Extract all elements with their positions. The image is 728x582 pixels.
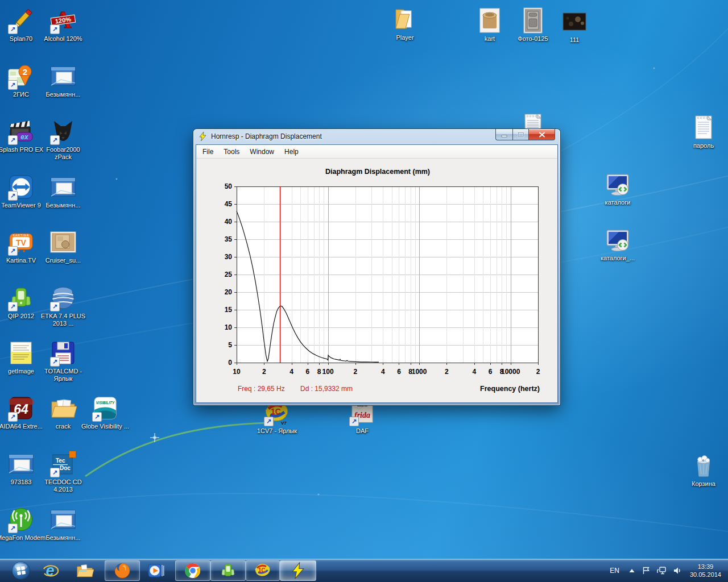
svg-text:10000: 10000 [501, 368, 520, 376]
svg-text:1С: 1С [271, 407, 281, 416]
minimize-button[interactable] [495, 129, 513, 140]
menu-item-tools[interactable]: Tools [218, 146, 245, 157]
maximize-button[interactable] [513, 129, 528, 140]
svg-text:10: 10 [233, 368, 241, 376]
svg-text:6: 6 [397, 368, 401, 376]
volume-button[interactable] [669, 559, 685, 582]
desktop-icon-label: каталоги [593, 199, 643, 206]
foobar2000-zpack-icon: ↗ [49, 118, 77, 145]
taskbar-clock[interactable]: 13:39 30.05.2014 [685, 563, 728, 579]
shortcut-arrow-icon: ↗ [8, 523, 18, 533]
taskbar-button-ie[interactable]: e [38, 560, 64, 581]
player-icon [391, 6, 419, 33]
taskbar-button-onec[interactable]: 1С [246, 560, 280, 581]
svg-text:8: 8 [317, 368, 321, 376]
desktop-icon-tecdoc-cd[interactable]: TecDoc↗TECDOC CD 4.2013 [38, 450, 88, 493]
svg-text:35: 35 [225, 235, 233, 243]
action-center-button[interactable] [639, 559, 653, 582]
shortcut-arrow-icon: ↗ [50, 357, 60, 367]
desktop-icon-katalogi[interactable]: каталоги [593, 171, 643, 206]
displacement-chart[interactable]: 0510152025303540455010246810024681000246… [196, 159, 559, 404]
desktop-icon-label: каталоги_... [593, 255, 643, 262]
svg-text:6: 6 [489, 368, 493, 376]
network-icon [656, 566, 667, 575]
svg-text:2: 2 [354, 368, 358, 376]
taskbar-button-hornresp[interactable] [280, 560, 316, 581]
caption-buttons [495, 129, 555, 140]
svg-text:Diaphragm Displacement (mm): Diaphragm Displacement (mm) [325, 168, 430, 176]
svg-text:30: 30 [225, 253, 233, 261]
taskbar-button-wmp[interactable] [141, 560, 171, 581]
desktop-icon-foobar2000-zpack[interactable]: ↗Foobar2000 zPack [38, 118, 88, 161]
desktop-icon-player[interactable]: Player [380, 6, 430, 41]
desktop-icon-bezymyannyi-2[interactable]: Безымянн... [38, 173, 88, 209]
taskbar-button-explorer[interactable] [72, 560, 98, 581]
menu-bar: FileToolsWindowHelp [196, 145, 557, 159]
menu-item-file[interactable]: File [197, 146, 218, 157]
teamviewer-9-icon: ↗ [7, 173, 35, 201]
svg-text:KARTINA: KARTINA [13, 234, 30, 237]
parol-icon [690, 114, 717, 141]
desktop-icon-etka-74[interactable]: ↗ETKA 7.4 PLUS 2013 ... [38, 284, 88, 327]
svg-text:0: 0 [228, 359, 232, 367]
desktop-icon-label: 111 [549, 36, 599, 44]
desktop-icon-parol[interactable]: пароль [679, 114, 728, 149]
chrome-icon [184, 562, 202, 580]
firefox-icon [113, 562, 131, 580]
shortcut-arrow-icon: ↗ [8, 412, 18, 422]
bezymyannyi-3-icon [49, 506, 77, 533]
desktop-icon-bezymyannyi-1[interactable]: Безымянн... [38, 63, 88, 98]
hornresp-icon [289, 562, 307, 579]
katalogi-icon [604, 171, 631, 198]
desktop-icon-cruiser-sub[interactable]: Cruiser_su... [38, 228, 88, 264]
window-titlebar[interactable]: Hornresp - Diaphragm Displacement [193, 129, 560, 144]
desktop-icon-totalcmd[interactable]: ↗TOTALCMD - Ярлык [38, 339, 88, 383]
qip-2012-icon: ↗ [7, 284, 35, 311]
shortcut-arrow-icon: ↗ [8, 191, 18, 201]
splash-pro-ex-icon: ex↗ [7, 118, 35, 145]
system-tray: EN [604, 559, 728, 582]
speaker-icon [673, 566, 682, 575]
desktop-icon-bezymyannyi-3[interactable]: Безымянн... [38, 506, 88, 542]
desktop-icon-label: kart [465, 35, 515, 43]
chevron-up-icon [628, 568, 635, 573]
language-indicator[interactable]: EN [604, 559, 625, 582]
shortcut-arrow-icon: ↗ [8, 24, 18, 34]
taskbar-button-qip[interactable] [210, 560, 246, 581]
taskbar-button-firefox[interactable] [105, 560, 140, 581]
crack-icon [49, 394, 77, 422]
desktop-icon-korzina[interactable]: Корзина [679, 452, 728, 488]
clock-date: 30.05.2014 [690, 571, 721, 579]
svg-text:2: 2 [23, 67, 27, 77]
svg-text:VISIBILITY: VISIBILITY [96, 401, 115, 405]
clock-time: 13:39 [690, 563, 721, 571]
desktop-icon-alcohol-120[interactable]: A120%↗Alcohol 120% [38, 7, 88, 43]
network-button[interactable] [653, 559, 669, 582]
desktop-icon-label: TOTALCMD - Ярлык [38, 368, 88, 383]
taskbar-start-button[interactable] [8, 560, 34, 581]
tecdoc-cd-icon: TecDoc↗ [49, 450, 77, 477]
menu-item-window[interactable]: Window [245, 146, 279, 157]
svg-text:1000: 1000 [412, 368, 427, 376]
973183-icon [7, 450, 35, 477]
window-title: Hornresp - Diaphragm Displacement [211, 132, 322, 140]
svg-text:20: 20 [225, 288, 233, 296]
desktop-icon-kart[interactable]: kart [465, 7, 515, 43]
svg-text:2: 2 [536, 368, 540, 376]
etka-74-icon: ↗ [49, 284, 77, 311]
desktop-icon-111[interactable]: 111 [549, 8, 599, 44]
shortcut-arrow-icon: ↗ [50, 135, 60, 145]
close-button[interactable] [528, 129, 555, 140]
alcohol-120-icon: A120%↗ [49, 7, 77, 34]
screen: ↗Splan70A120%↗Alcohol 120%2↗2ГИСБезымянн… [0, 0, 728, 582]
show-hidden-icons-button[interactable] [625, 559, 639, 582]
shortcut-arrow-icon: ↗ [50, 468, 60, 477]
svg-text:V7: V7 [281, 421, 287, 426]
shortcut-arrow-icon: ↗ [50, 302, 60, 311]
desktop-icon-label: Globe Visibility ... [80, 423, 130, 430]
desktop-icon-katalogi-2[interactable]: каталоги_... [593, 226, 643, 262]
svg-text:25: 25 [225, 271, 233, 278]
taskbar-button-chrome[interactable] [175, 560, 210, 581]
desktop-icon-globe-visibility[interactable]: VISIBILITY↗Globe Visibility ... [80, 394, 130, 430]
menu-item-help[interactable]: Help [279, 146, 304, 157]
